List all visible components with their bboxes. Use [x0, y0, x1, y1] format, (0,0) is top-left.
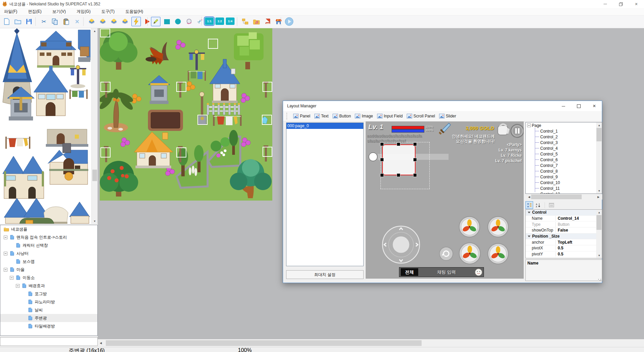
scroll-down-icon[interactable]: ▼ [596, 253, 602, 258]
menu-view[interactable]: 보기(V) [48, 8, 70, 15]
scroll-thumb[interactable] [531, 195, 582, 199]
control-tree-item[interactable]: Control_6 [526, 157, 602, 163]
control-tree-hscrollbar[interactable]: ◀ ▶ [525, 194, 602, 200]
control-tree-item[interactable]: Control_9 [526, 174, 602, 180]
zoom-1-2-button[interactable]: 1:2 [215, 17, 224, 25]
property-row-name[interactable]: NameControl_14 [526, 216, 602, 222]
scroll-right-icon[interactable]: ▶ [595, 196, 602, 199]
property-row-anchor[interactable]: anchorTopLeft [526, 239, 602, 245]
tree-item-intro[interactable]: 맨처음 접속 인트로->스토리 [0, 233, 97, 241]
add-button-button[interactable]: Button [333, 113, 351, 119]
control-tree-vscrollbar[interactable]: ▲ ▼ [596, 122, 602, 193]
add-scroll-panel-button[interactable]: Scroll Panel [407, 113, 435, 119]
scroll-down-icon[interactable]: ▼ [596, 188, 602, 193]
event-layer-button[interactable] [131, 17, 141, 26]
tileset-scrollbar[interactable]: ▲ ▼ [91, 28, 97, 224]
property-row-x[interactable]: x100 [526, 257, 602, 259]
play-game-button[interactable] [284, 17, 294, 26]
tree-item-panorama-room[interactable]: 파노라마방 [0, 298, 97, 306]
layer1-button[interactable] [87, 17, 96, 26]
tree-item-character-select[interactable]: 캐릭터 선택창 [0, 241, 97, 249]
control-tree-item[interactable]: Control_1 [526, 128, 602, 134]
tree-item-bg-effect[interactable]: 배경효과 [0, 282, 97, 290]
map-canvas[interactable] [100, 28, 272, 201]
resize-handle-bc[interactable] [397, 174, 400, 177]
resize-handle-br[interactable] [413, 174, 417, 177]
book-button[interactable] [263, 17, 272, 26]
bag-icon[interactable] [496, 121, 511, 136]
scroll-thumb[interactable] [596, 215, 602, 230]
save-button[interactable] [24, 17, 34, 26]
control-tree-item[interactable]: Control_2 [526, 134, 602, 140]
control-tree-item[interactable]: Control_3 [526, 140, 602, 145]
layer4-button[interactable] [120, 17, 130, 26]
page-list-item[interactable]: 000:page_0 [286, 123, 363, 129]
ui-preview-canvas[interactable]: Lv. 1 100% 100% 3,000 GOLD asddasdasdas [366, 121, 524, 279]
open-folder-button[interactable] [13, 17, 23, 26]
scroll-thumb[interactable] [596, 128, 602, 141]
tree-item-tile-bg-room[interactable]: 타일배경방 [0, 322, 97, 330]
restore-button[interactable] [613, 0, 628, 8]
resize-handle-bl[interactable] [380, 174, 384, 177]
scroll-up-icon[interactable]: ▲ [596, 122, 602, 128]
collapse-icon[interactable] [4, 236, 7, 239]
close-button[interactable]: ✕ [628, 0, 644, 8]
resize-handle-mr[interactable] [413, 158, 417, 161]
layer3-button[interactable] [109, 17, 119, 26]
dialog-close-button[interactable]: ✕ [587, 101, 602, 111]
ellipse-tool-button[interactable] [173, 17, 183, 26]
property-row-pivotx[interactable]: pivotX0.5 [526, 245, 602, 251]
rotate-button[interactable] [439, 246, 454, 261]
pause-button[interactable] [510, 124, 524, 138]
menu-tools[interactable]: 도구(T) [97, 8, 119, 15]
add-text-button[interactable]: Text [314, 113, 329, 119]
tree-item-hunting-ground[interactable]: 사냥터 [0, 249, 97, 257]
property-category[interactable]: Position _SIze [526, 234, 602, 240]
property-grid[interactable]: Control NameControl_14 TypeButton showOn… [525, 209, 602, 258]
dialog-title-bar[interactable]: Layout Manager ✕ [283, 101, 602, 111]
tileset-panel[interactable]: ▲ ▼ [0, 28, 98, 224]
control-tree-item[interactable]: Control_5 [526, 151, 602, 157]
minimize-button[interactable] [597, 0, 613, 8]
control-tree-root[interactable]: Page [526, 122, 602, 128]
menu-help[interactable]: 도움말(H) [121, 8, 147, 15]
skill-button-2[interactable] [487, 216, 509, 238]
selected-control[interactable] [382, 144, 416, 175]
collapse-icon[interactable] [4, 268, 7, 272]
collapse-icon[interactable] [4, 252, 7, 255]
control-tree-item[interactable]: Control_8 [526, 168, 602, 174]
property-row-showontop[interactable]: showOnTopFalse [526, 227, 602, 234]
categorized-view-button[interactable] [525, 201, 533, 209]
add-slider-button[interactable]: Slider [439, 113, 456, 119]
hscroll-thumb[interactable] [106, 340, 422, 346]
zoom-1-4-button[interactable]: 1:4 [226, 17, 235, 25]
scroll-left-icon[interactable]: ◀ [98, 342, 104, 345]
menu-file[interactable]: 파일(F) [0, 8, 21, 15]
tree-item-village[interactable]: 마을 [0, 266, 97, 274]
music-folder-button[interactable] [252, 17, 261, 26]
paste-button[interactable] [61, 17, 71, 26]
dialog-resize-grip[interactable] [598, 279, 601, 282]
control-tree-item[interactable]: Control_10 [526, 180, 602, 185]
dialog-minimize-button[interactable] [556, 101, 571, 111]
control-circle[interactable] [369, 152, 377, 161]
map-hscrollbar[interactable]: ◀ [98, 339, 644, 347]
add-image-button[interactable]: Image [355, 113, 373, 119]
new-file-button[interactable] [2, 17, 11, 26]
alphabetical-sort-button[interactable]: AZ [534, 201, 542, 209]
menu-edit[interactable]: 편집(E) [24, 8, 45, 15]
resize-handle-tl[interactable] [380, 143, 384, 146]
menu-game[interactable]: 게임(G) [72, 8, 94, 15]
chat-channel-button[interactable]: 전체 [401, 268, 418, 276]
layer2-button[interactable] [98, 17, 108, 26]
control-tree-item[interactable]: Control_12 [526, 191, 602, 194]
lasso-tool-button[interactable] [184, 17, 194, 26]
scroll-up-icon[interactable]: ▲ [596, 210, 602, 215]
collapse-icon[interactable] [10, 276, 13, 280]
resource-tree-button[interactable] [241, 17, 250, 26]
tree-item-boss-map[interactable]: 보스맵 [0, 257, 97, 266]
add-panel-button[interactable]: Panel [293, 113, 310, 119]
property-category[interactable]: Control [526, 210, 602, 216]
virtual-joystick[interactable] [381, 225, 421, 264]
resize-handle-ml[interactable] [380, 158, 384, 161]
